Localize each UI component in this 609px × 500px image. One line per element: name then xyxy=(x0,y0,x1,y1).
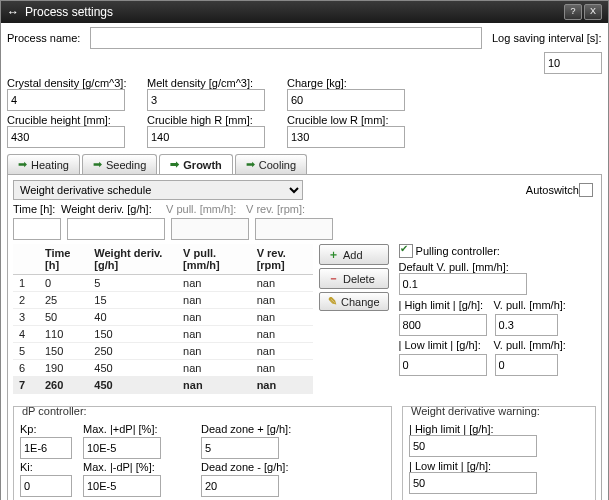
max-mdp-input[interactable] xyxy=(83,475,161,497)
arrow-icon: ➡ xyxy=(93,158,102,171)
crucible-high-r-label: Crucible high R [mm]: xyxy=(147,114,287,126)
change-button[interactable]: ✎Change xyxy=(319,292,389,311)
table-header: Time [h] Weight deriv. [g/h] V pull. [mm… xyxy=(13,244,313,275)
arrow-icon: ➡ xyxy=(18,158,27,171)
move-icon: ↔ xyxy=(7,5,19,19)
melt-density-input[interactable] xyxy=(147,89,265,111)
crystal-density-input[interactable] xyxy=(7,89,125,111)
tab-growth[interactable]: ➡Growth xyxy=(159,154,233,174)
inline-time-input[interactable] xyxy=(13,218,61,240)
warn-high-input[interactable] xyxy=(409,435,537,457)
minus-icon: － xyxy=(328,271,339,286)
pulling-controller-checkbox[interactable] xyxy=(399,244,413,258)
inline-vpull-input xyxy=(171,218,249,240)
arrow-icon: ➡ xyxy=(246,158,255,171)
vpull-low-input[interactable] xyxy=(495,354,558,376)
crystal-density-label: Crystal density [g/cm^3]: xyxy=(7,77,147,89)
wd-warning-group: Weight derivative warning: | High limit … xyxy=(402,406,596,500)
dz-minus-input[interactable] xyxy=(201,475,279,497)
inline-wd-input[interactable] xyxy=(67,218,165,240)
titlebar: ↔ Process settings ? X xyxy=(1,1,608,23)
crucible-high-r-input[interactable] xyxy=(147,126,265,148)
log-interval-label: Log saving interval [s]: xyxy=(492,32,602,44)
pulling-controller-label: Pulling controller: xyxy=(416,245,500,257)
tab-seeding[interactable]: ➡Seeding xyxy=(82,154,157,174)
dp-controller-group: dP controller: Kp: Max. |+dP| [%]: Dead … xyxy=(13,406,392,500)
schedule-select[interactable]: Weight derivative schedule xyxy=(13,180,303,200)
tab-heating[interactable]: ➡Heating xyxy=(7,154,80,174)
arrow-icon: ➡ xyxy=(170,158,179,171)
melt-density-label: Melt density [g/cm^3]: xyxy=(147,77,287,89)
max-pdp-input[interactable] xyxy=(83,437,161,459)
warn-low-input[interactable] xyxy=(409,472,537,494)
table-row[interactable]: 105nannan xyxy=(13,275,313,292)
add-button[interactable]: ＋Add xyxy=(319,244,389,265)
autoswitch-label: Autoswitch xyxy=(526,184,579,196)
log-interval-input[interactable] xyxy=(544,52,602,74)
table-row[interactable]: 5150250nannan xyxy=(13,343,313,360)
tabs: ➡Heating ➡Seeding ➡Growth ➡Cooling xyxy=(7,154,602,175)
process-name-label: Process name: xyxy=(7,32,80,44)
table-row[interactable]: 6190450nannan xyxy=(13,360,313,377)
table-row[interactable]: 35040nannan xyxy=(13,309,313,326)
crucible-low-r-input[interactable] xyxy=(287,126,405,148)
inline-vrev-input xyxy=(255,218,333,240)
inline-wd-label: Weight deriv. [g/h]: xyxy=(61,203,166,215)
process-name-input[interactable] xyxy=(90,27,482,49)
default-vpull-label: Default V. pull. [mm/h]: xyxy=(399,261,596,273)
inline-vpull-label: V pull. [mm/h]: xyxy=(166,203,246,215)
crucible-low-r-label: Crucible low R [mm]: xyxy=(287,114,427,126)
dz-plus-input[interactable] xyxy=(201,437,279,459)
inline-vrev-label: V rev. [rpm]: xyxy=(246,203,305,215)
schedule-table[interactable]: Time [h] Weight deriv. [g/h] V pull. [mm… xyxy=(13,244,313,394)
kp-input[interactable] xyxy=(20,437,72,459)
window-title: Process settings xyxy=(25,5,113,19)
close-icon[interactable]: X xyxy=(584,4,602,20)
table-row[interactable]: 4110150nannan xyxy=(13,326,313,343)
pencil-icon: ✎ xyxy=(328,295,337,308)
help-icon[interactable]: ? xyxy=(564,4,582,20)
plus-icon: ＋ xyxy=(328,247,339,262)
table-row[interactable]: 7260450nannan xyxy=(13,377,313,394)
delete-button[interactable]: －Delete xyxy=(319,268,389,289)
vpull-high-input[interactable] xyxy=(495,314,558,336)
table-row[interactable]: 22515nannan xyxy=(13,292,313,309)
low-limit-input[interactable] xyxy=(399,354,487,376)
high-limit-input[interactable] xyxy=(399,314,487,336)
default-vpull-input[interactable] xyxy=(399,273,527,295)
charge-label: Charge [kg]: xyxy=(287,77,427,89)
tab-cooling[interactable]: ➡Cooling xyxy=(235,154,307,174)
crucible-height-input[interactable] xyxy=(7,126,125,148)
autoswitch-checkbox[interactable] xyxy=(579,183,593,197)
crucible-height-label: Crucible height [mm]: xyxy=(7,114,147,126)
inline-time-label: Time [h]: xyxy=(13,203,61,215)
ki-input[interactable] xyxy=(20,475,72,497)
charge-input[interactable] xyxy=(287,89,405,111)
